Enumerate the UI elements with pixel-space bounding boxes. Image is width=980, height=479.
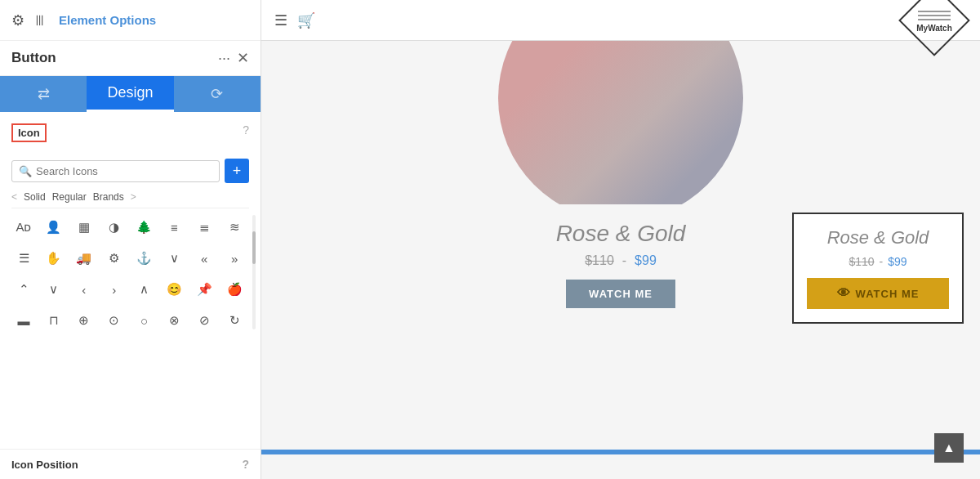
scroll-up-button[interactable]: ▲ [934, 433, 964, 463]
icon-cell[interactable]: ⊓ [42, 308, 66, 333]
scrollbar-track[interactable] [252, 215, 256, 329]
icon-cell[interactable]: ∨ [162, 246, 186, 271]
gear-icon[interactable]: ⚙ [11, 11, 24, 29]
icon-cell[interactable]: ≡ [162, 215, 186, 239]
icon-cell[interactable]: › [102, 277, 127, 302]
icon-cell[interactable]: ↻ [222, 308, 247, 333]
icon-cell[interactable]: ✋ [42, 246, 66, 271]
icon-cell[interactable]: ◑ [102, 215, 127, 239]
icon-cell[interactable]: « [192, 246, 216, 271]
icon-cell[interactable]: ∧ [132, 277, 157, 302]
comp-price-new: $99 [888, 255, 906, 268]
icon-section-label: Icon [11, 123, 47, 142]
icon-cell[interactable]: 🌲 [132, 215, 157, 239]
price-sep: - [622, 253, 626, 268]
dots-button[interactable]: ··· [218, 50, 230, 67]
logo-lines-svg [918, 7, 951, 24]
icon-cell[interactable]: ▬ [11, 308, 36, 333]
icon-cell[interactable]: ≋ [222, 215, 247, 239]
icon-cell[interactable]: 🍎 [222, 277, 247, 302]
comparison-box: Rose & Gold $110 - $99 👁 WATCH ME [792, 213, 964, 324]
comp-title: Rose & Gold [827, 227, 929, 248]
comp-price-row: $110 - $99 [849, 255, 906, 268]
panel-title: Button [11, 50, 56, 66]
icon-position-help[interactable]: ? [242, 458, 249, 471]
icon-grid-row-2: ☰ ✋ 🚚 ⚙ ⚓ ∨ « » [11, 246, 249, 271]
icon-cell[interactable]: ∨ [42, 277, 66, 302]
scrollbar-thumb[interactable] [252, 231, 256, 264]
sliders-icon[interactable]: ⫼ [33, 11, 47, 29]
icon-grid-row-3: ⌃ ∨ ‹ › ∧ 😊 📌 🍎 [11, 277, 249, 302]
icon-cell[interactable]: 📌 [192, 277, 216, 302]
icon-cell[interactable]: 👤 [42, 215, 66, 239]
icon-cell[interactable]: ⊕ [72, 308, 96, 333]
tab-settings[interactable]: ⇄ [0, 76, 87, 112]
icon-cell[interactable]: ☰ [11, 246, 36, 271]
search-icon: 🔍 [19, 165, 32, 177]
filter-brands[interactable]: Brands [93, 191, 124, 203]
eye-icon: 👁 [837, 286, 851, 301]
icon-cell[interactable]: 🚚 [72, 246, 96, 271]
logo-inner: MyWatch [916, 7, 952, 34]
tab-design-label: Design [107, 84, 153, 101]
icon-position-section: Icon Position ? [0, 449, 261, 479]
add-icon-button[interactable]: + [225, 159, 249, 183]
icon-cell[interactable]: ⌃ [11, 277, 36, 302]
price-row: $110 - $99 [585, 253, 657, 268]
watch-circle [498, 41, 743, 204]
search-box: 🔍 [11, 160, 220, 182]
icon-section: Icon ? [11, 123, 249, 150]
product-name: Rose & Gold [556, 221, 686, 247]
filter-right-chevron[interactable]: > [131, 191, 136, 203]
panel-title-actions: ··· ✕ [218, 49, 249, 67]
watch-image-area [261, 41, 980, 204]
icon-cell[interactable]: » [222, 246, 247, 271]
element-options-label: Element Options [59, 13, 156, 27]
icon-help[interactable]: ? [243, 123, 249, 137]
icon-cell[interactable]: ⊘ [192, 308, 216, 333]
cart-icon[interactable]: 🛒 [297, 11, 315, 29]
icon-cell[interactable]: Aᴅ [11, 215, 36, 239]
logo-brand-text: MyWatch [916, 24, 952, 34]
icon-cell[interactable]: ≣ [192, 215, 216, 239]
icon-position-label: Icon Position [11, 459, 78, 471]
tab-design[interactable]: Design [87, 76, 173, 112]
settings-icon: ⇄ [38, 85, 50, 103]
right-panel: ☰ 🛒 MyWatch Rose & Gold $11 [261, 0, 980, 479]
icon-grid-row-1: Aᴅ 👤 ▦ ◑ 🌲 ≡ ≣ ≋ [11, 215, 249, 239]
filter-regular[interactable]: Regular [52, 191, 87, 203]
icon-cell[interactable]: ⚓ [132, 246, 157, 271]
watch-me-button-plain[interactable]: WATCH ME [566, 280, 675, 308]
search-input[interactable] [36, 165, 212, 177]
icon-filter-row: < Solid Regular Brands > [11, 190, 249, 208]
icon-cell[interactable]: ‹ [72, 277, 96, 302]
right-toolbar: ☰ 🛒 MyWatch [261, 0, 980, 41]
comp-price-old: $110 [849, 255, 874, 268]
panel-header-top: ⚙ ⫼ Element Options [0, 0, 261, 41]
panel-title-row: Button ··· ✕ [0, 41, 261, 76]
filter-solid[interactable]: Solid [24, 191, 46, 203]
menu-icon[interactable]: ☰ [274, 11, 287, 29]
bottom-progress-bar [261, 450, 980, 454]
icon-search-row: 🔍 + [11, 159, 249, 183]
filter-left-chevron[interactable]: < [11, 191, 17, 203]
icon-cell[interactable]: ⚙ [102, 246, 127, 271]
tab-bar: ⇄ Design ⟳ [0, 76, 261, 112]
price-old: $110 [585, 253, 614, 268]
watch-me-yellow-label: WATCH ME [856, 288, 920, 300]
watch-me-button-yellow[interactable]: 👁 WATCH ME [807, 278, 949, 309]
comp-price-sep: - [880, 255, 884, 268]
icon-cell[interactable]: ⊗ [162, 308, 186, 333]
panel-content: Icon ? 🔍 + < Solid Regular Brands > Aᴅ 👤 [0, 112, 261, 449]
close-button[interactable]: ✕ [237, 49, 249, 67]
main-content: Rose & Gold $110 - $99 WATCH ME ➔ Rose &… [261, 41, 980, 479]
icon-grid-row-4: ▬ ⊓ ⊕ ⊙ ○ ⊗ ⊘ ↻ [11, 308, 249, 333]
tab-advanced[interactable]: ⟳ [174, 76, 261, 112]
price-new: $99 [635, 253, 657, 268]
icon-cell[interactable]: ○ [132, 308, 157, 333]
icon-cell[interactable]: 😊 [162, 277, 186, 302]
icon-cell[interactable]: ⊙ [102, 308, 127, 333]
left-panel: ⚙ ⫼ Element Options Button ··· ✕ ⇄ Desig… [0, 0, 261, 479]
advanced-icon: ⟳ [211, 85, 223, 103]
icon-cell[interactable]: ▦ [72, 215, 96, 239]
